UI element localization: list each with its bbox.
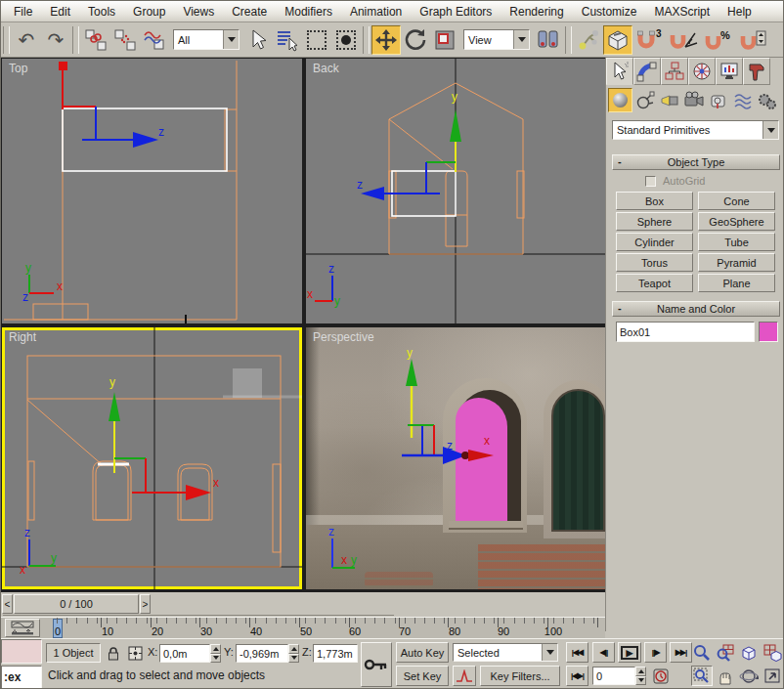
select-and-manipulate-button[interactable] [574,25,603,55]
previous-frame-button[interactable]: ◀|| [592,642,615,663]
create-torus-button[interactable]: Torus [616,253,693,272]
spinner-snap-button[interactable] [736,25,769,55]
select-and-scale-button[interactable] [430,25,459,55]
create-cone-button[interactable]: Cone [698,192,775,210]
undo-button[interactable]: ↶ [12,25,41,55]
time-configuration-button[interactable] [650,667,671,686]
redo-button[interactable]: ↷ [41,25,70,55]
create-pyramid-button[interactable]: Pyramid [698,253,775,272]
create-plane-button[interactable]: Plane [698,274,775,292]
tab-create[interactable] [606,58,633,85]
reference-coordinate-dropdown[interactable]: View [463,29,530,50]
next-frame-button[interactable]: ||▶ [644,642,667,663]
absolute-mode-toggle[interactable] [126,644,145,663]
category-dropdown[interactable]: Standard Primitives [612,120,779,140]
time-slider-next-button[interactable]: > [140,594,151,614]
selected-filter-dropdown[interactable]: Selected [453,643,558,662]
menu-graph-editors[interactable]: Graph Editors [411,3,501,21]
tab-utilities[interactable] [743,58,770,85]
object-type-rollout-header[interactable]: - Object Type [612,154,780,170]
percent-snap-button[interactable]: % [701,25,736,55]
zoom-extents-button[interactable] [738,642,760,663]
snaps-toggle-button[interactable] [603,25,632,55]
rectangular-selection-region-button[interactable] [302,25,331,55]
menu-maxscript[interactable]: MAXScript [645,3,719,21]
x-spinner[interactable] [210,644,221,663]
select-object-button[interactable] [243,25,273,55]
viewport-top-label[interactable]: Top [9,62,27,75]
default-tangent-button[interactable] [453,666,476,686]
menu-group[interactable]: Group [124,3,174,21]
pan-button[interactable] [715,666,736,686]
y-spinner[interactable] [288,644,299,663]
menu-rendering[interactable]: Rendering [501,3,572,21]
menu-file[interactable]: File [5,3,41,21]
key-mode-toggle-button[interactable]: |◀▶| [566,666,588,686]
auto-key-button[interactable]: Auto Key [396,642,449,663]
menu-tools[interactable]: Tools [79,3,124,21]
subtab-space-warps[interactable] [730,88,755,112]
create-tube-button[interactable]: Tube [698,233,775,251]
object-color-swatch[interactable] [759,322,778,342]
subtab-helpers[interactable] [706,88,730,112]
maxscript-listener-field[interactable]: :ex [1,666,42,689]
select-and-move-button[interactable] [371,25,401,55]
use-pivot-point-button[interactable] [534,25,563,55]
min-max-toggle-button[interactable] [762,666,783,686]
track-bar-ruler[interactable] [48,618,601,639]
tab-motion[interactable] [688,58,716,85]
create-sphere-button[interactable]: Sphere [616,212,693,231]
viewport-top[interactable]: Top z y z [2,59,302,323]
menu-help[interactable]: Help [719,3,761,21]
time-slider-prev-button[interactable]: < [2,594,13,614]
autogrid-checkbox[interactable] [645,176,656,187]
viewport-back-label[interactable]: Back [313,62,339,75]
set-key-button[interactable]: Set Key [396,666,449,686]
tab-modify[interactable] [633,58,661,85]
time-slider-handle[interactable]: 0 / 100 [14,594,139,614]
viewport-right[interactable]: Right y [2,327,302,589]
track-bar[interactable]: 0 10 20 30 40 50 60 70 80 90 100 [1,617,605,638]
set-keys-button[interactable] [361,642,392,687]
key-filters-button[interactable]: Key Filters... [480,666,560,686]
select-by-name-button[interactable] [273,25,302,55]
go-to-end-button[interactable]: ▶▶| [670,642,692,663]
current-frame-field[interactable]: 0 [592,667,635,685]
menu-edit[interactable]: Edit [41,3,79,21]
subtab-geometry[interactable] [608,88,632,112]
subtab-lights[interactable] [657,88,681,112]
menu-modifiers[interactable]: Modifiers [276,3,341,21]
zoom-extents-all-button[interactable] [762,642,783,663]
name-color-rollout-header[interactable]: - Name and Color [612,301,780,317]
object-name-input[interactable]: Box01 [616,322,755,342]
create-box-button[interactable]: Box [616,192,693,210]
menu-animation[interactable]: Animation [341,3,411,21]
zoom-all-button[interactable] [715,642,736,663]
macro-recorder-field[interactable] [1,639,42,664]
tab-display[interactable] [716,58,743,85]
z-coordinate-field[interactable]: 1,773m [313,644,358,663]
subtab-systems[interactable] [755,88,779,112]
create-cylinder-button[interactable]: Cylinder [616,233,693,251]
window-crossing-toggle-button[interactable] [331,25,361,55]
frame-spinner[interactable] [635,667,646,685]
y-coordinate-field[interactable]: -0,969m [236,644,288,663]
select-and-link-button[interactable] [81,25,110,55]
arc-rotate-button[interactable] [738,666,760,686]
menu-customize[interactable]: Customize [573,3,646,21]
viewport-perspective-label[interactable]: Perspective [313,330,374,344]
x-coordinate-field[interactable]: 0,0m [159,644,210,663]
region-zoom-button[interactable] [691,666,713,686]
viewport-back[interactable]: Back y z [306,59,605,323]
subtab-shapes[interactable] [632,88,657,112]
time-slider-track[interactable] [3,615,394,616]
create-geosphere-button[interactable]: GeoSphere [698,212,775,231]
create-teapot-button[interactable]: Teapot [616,274,693,292]
play-button[interactable]: ▶ [618,642,641,663]
menu-views[interactable]: Views [174,3,223,21]
bind-to-space-warp-button[interactable] [140,25,169,55]
go-to-start-button[interactable]: |◀◀ [566,642,588,663]
subtab-cameras[interactable] [681,88,706,112]
selection-lock-toggle[interactable] [105,644,122,663]
unlink-selection-button[interactable] [110,25,140,55]
